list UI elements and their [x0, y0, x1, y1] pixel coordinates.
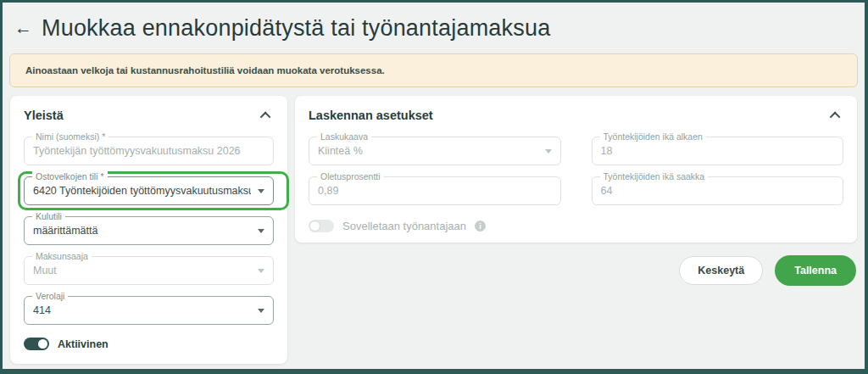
age-until-label: Työntekijöiden ikä saakka [600, 171, 709, 182]
active-toggle[interactable] [24, 338, 49, 350]
tax-type-value: 414 [33, 304, 251, 316]
payee-select: Maksunsaaja Muut [24, 256, 274, 285]
chevron-up-icon[interactable] [830, 111, 841, 122]
age-until-field: Työntekijöiden ikä saakka 64 [592, 176, 844, 205]
payee-value: Muut [33, 265, 251, 276]
page-title: Muokkaa ennakonpidätystä tai työnantajam… [42, 13, 550, 43]
expense-account-select[interactable]: Kulutili määrittämättä [24, 216, 274, 245]
age-from-value: 18 [601, 145, 835, 157]
cancel-button[interactable]: Keskeytä [679, 256, 763, 285]
active-toggle-row: Aktiivinen [24, 338, 274, 350]
payee-label: Maksunsaaja [32, 251, 92, 262]
chevron-down-icon [258, 269, 264, 273]
warning-banner: Ainoastaan velkoja tai kustannusrahoitus… [9, 53, 858, 87]
default-percent-value: 0,89 [318, 185, 552, 197]
employer-toggle-label: Sovelletaan työnantajaan [342, 220, 466, 232]
page-header: ← Muokkaa ennakonpidätystä tai työnantaj… [3, 3, 865, 43]
tax-type-label: Verolaji [32, 291, 68, 302]
tax-type-select[interactable]: Verolaji 414 [24, 296, 274, 325]
general-card: Yleistä Nimi (suomeksi) * Työntekijän ty… [10, 96, 287, 364]
payables-account-select[interactable]: Ostovelkojen tili * 6420 Työntekijöiden … [24, 176, 274, 205]
payables-account-value: 6420 Työntekijöiden työttömyysvakuutusma… [33, 185, 251, 197]
main-content: Yleistä Nimi (suomeksi) * Työntekijän ty… [3, 96, 865, 364]
formula-select: Laskukaava Kiinteä % [309, 137, 561, 165]
general-card-title: Yleistä [24, 109, 64, 122]
active-toggle-label: Aktiivinen [58, 338, 108, 350]
toggle-knob [310, 221, 320, 231]
chevron-down-icon [258, 229, 264, 233]
age-until-value: 64 [601, 185, 835, 197]
age-from-label: Työntekijöiden ikä alkaen [600, 131, 706, 142]
employer-toggle [309, 220, 334, 232]
chevron-down-icon [258, 309, 264, 313]
name-field-value: Työntekijän työttömyysvakuutusmaksu 2026 [33, 145, 264, 157]
info-icon[interactable]: i [475, 220, 486, 232]
right-column: Laskennan asetukset Laskukaava Kiinteä %… [295, 96, 857, 286]
back-arrow-icon[interactable]: ← [14, 13, 32, 43]
chevron-down-icon [545, 149, 552, 154]
name-field: Nimi (suomeksi) * Työntekijän työttömyys… [24, 137, 274, 165]
chevron-down-icon [258, 189, 264, 193]
default-percent-field: Oletusprosentti 0,89 [309, 176, 561, 205]
calculation-fields-grid: Laskukaava Kiinteä % Työntekijöiden ikä … [309, 123, 843, 205]
formula-label: Laskukaava [317, 131, 371, 142]
payables-account-label: Ostovelkojen tili * [32, 171, 108, 182]
age-from-field: Työntekijöiden ikä alkaen 18 [592, 137, 844, 165]
expense-account-label: Kulutili [32, 211, 65, 222]
expense-account-value: määrittämättä [33, 225, 251, 237]
save-button[interactable]: Tallenna [775, 255, 856, 286]
general-card-header: Yleistä [24, 108, 274, 123]
name-field-label: Nimi (suomeksi) * [32, 131, 108, 142]
employer-toggle-row: Sovelletaan työnantajaan i [309, 220, 843, 232]
toggle-knob [38, 339, 47, 349]
calculation-card-header: Laskennan asetukset [309, 108, 843, 123]
default-percent-label: Oletusprosentti [317, 171, 384, 182]
warning-banner-text: Ainoastaan velkoja tai kustannusrahoitus… [25, 65, 385, 75]
calculation-card-title: Laskennan asetukset [309, 109, 433, 122]
chevron-up-icon[interactable] [260, 111, 271, 122]
calculation-card: Laskennan asetukset Laskukaava Kiinteä %… [295, 96, 857, 243]
formula-value: Kiinteä % [318, 145, 538, 157]
app-window: ← Muokkaa ennakonpidätystä tai työnantaj… [0, 0, 868, 374]
action-buttons: Keskeytä Tallenna [295, 255, 857, 286]
